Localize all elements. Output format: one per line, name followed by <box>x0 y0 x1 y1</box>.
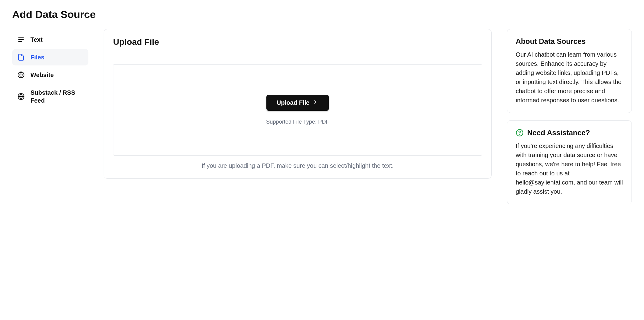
file-icon <box>17 53 25 61</box>
about-body: Our AI chatbot can learn from various so… <box>516 50 623 105</box>
globe-icon <box>17 71 25 79</box>
sidebar-item-rss[interactable]: Substack / RSS Feed <box>12 84 88 109</box>
upload-button-label: Upload File <box>277 99 310 106</box>
globe-icon <box>17 93 25 100</box>
file-dropzone[interactable]: Upload File Supported File Type: PDF <box>113 64 482 156</box>
info-column: About Data Sources Our AI chatbot can le… <box>507 29 632 212</box>
need-assistance-card: Need Assistance? If you're experiencing … <box>507 120 632 204</box>
help-circle-icon <box>516 129 524 137</box>
sidebar: Text Files Website Substack / RSS Feed <box>12 29 88 110</box>
sidebar-item-website[interactable]: Website <box>12 67 88 83</box>
sidebar-item-label: Text <box>30 36 84 44</box>
sidebar-item-files[interactable]: Files <box>12 49 88 65</box>
sidebar-item-text[interactable]: Text <box>12 31 88 48</box>
assistance-body: If you're experiencing any difficulties … <box>516 141 623 196</box>
supported-file-type: Supported File Type: PDF <box>266 119 329 125</box>
about-title: About Data Sources <box>516 37 623 46</box>
card-heading: Upload File <box>113 37 482 47</box>
upload-file-button[interactable]: Upload File <box>266 95 329 111</box>
sidebar-item-label: Files <box>30 53 84 61</box>
text-icon <box>17 36 25 44</box>
chevron-right-icon <box>312 99 318 107</box>
sidebar-item-label: Substack / RSS Feed <box>30 89 84 104</box>
sidebar-item-label: Website <box>30 71 84 79</box>
about-data-sources-card: About Data Sources Our AI chatbot can le… <box>507 29 632 113</box>
upload-card: Upload File Upload File Supported File T… <box>104 29 492 179</box>
upload-hint: If you are uploading a PDF, make sure yo… <box>113 162 482 169</box>
assistance-title: Need Assistance? <box>527 128 590 137</box>
page-title: Add Data Source <box>12 9 632 20</box>
